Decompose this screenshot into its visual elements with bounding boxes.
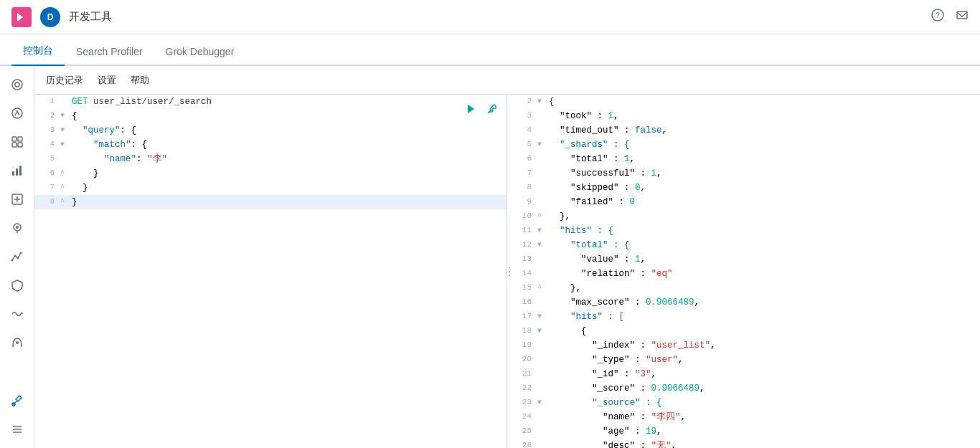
output-fold-arrow[interactable] bbox=[537, 252, 546, 254]
output-fold-arrow[interactable] bbox=[537, 295, 546, 297]
output-line-content: { bbox=[546, 95, 980, 109]
fold-arrow[interactable]: ^ bbox=[60, 195, 69, 208]
sidebar-icon-maps[interactable] bbox=[4, 215, 30, 241]
output-fold-arrow[interactable]: ▼ bbox=[537, 95, 546, 108]
code-editor[interactable]: 1GET user_list/user/_search2▼{3▼ "query"… bbox=[34, 95, 507, 448]
output-line-content: "_source" : { bbox=[546, 396, 980, 410]
output-line-24: 24 "name" : "李四", bbox=[512, 410, 980, 424]
output-fold-arrow[interactable]: ▼ bbox=[537, 238, 546, 251]
output-line-content: "skipped" : 0, bbox=[546, 181, 980, 195]
tab-search-profiler[interactable]: Search Profiler bbox=[65, 46, 154, 66]
svg-point-3 bbox=[12, 80, 22, 90]
wrench-button[interactable] bbox=[484, 100, 501, 118]
editor-line-2: 2▼{ bbox=[34, 109, 507, 123]
svg-rect-2 bbox=[957, 11, 967, 19]
output-line-number: 5 bbox=[512, 138, 537, 151]
output-line-number: 2 bbox=[512, 95, 537, 108]
sidebar-icon-ml[interactable] bbox=[4, 244, 30, 270]
output-fold-arrow[interactable]: ^ bbox=[537, 281, 546, 294]
sidebar-icon-menu[interactable] bbox=[4, 416, 30, 442]
output-fold-arrow[interactable]: ▼ bbox=[537, 324, 546, 337]
output-line-content: "timed_out" : false, bbox=[546, 123, 980, 138]
output-line-content: "name" : "李四", bbox=[546, 410, 980, 424]
output-fold-arrow[interactable] bbox=[537, 195, 546, 196]
user-avatar[interactable]: D bbox=[40, 7, 60, 27]
run-button[interactable] bbox=[462, 100, 479, 118]
settings-button[interactable]: 设置 bbox=[98, 71, 116, 90]
tab-grok-debugger[interactable]: Grok Debugger bbox=[154, 46, 246, 66]
output-line-content: "took" : 1, bbox=[546, 109, 980, 123]
output-line-content: "_id" : "3", bbox=[546, 367, 980, 381]
fold-arrow[interactable]: ▼ bbox=[60, 123, 69, 136]
output-line-number: 14 bbox=[512, 267, 537, 280]
output-line-number: 16 bbox=[512, 295, 537, 309]
history-button[interactable]: 历史记录 bbox=[46, 71, 83, 90]
output-fold-arrow[interactable] bbox=[537, 152, 546, 153]
sidebar-icon-canvas[interactable] bbox=[4, 186, 30, 212]
output-line-4: 4 "timed_out" : false, bbox=[512, 123, 980, 138]
output-fold-arrow[interactable] bbox=[537, 109, 546, 110]
output-fold-arrow[interactable] bbox=[537, 267, 546, 268]
output-line-content: "age" : 19, bbox=[546, 424, 980, 439]
sidebar-icon-security[interactable] bbox=[4, 272, 30, 298]
sidebar-icon-dashboard[interactable] bbox=[4, 129, 30, 155]
output-fold-arrow[interactable]: ▼ bbox=[537, 310, 546, 323]
output-fold-arrow[interactable] bbox=[537, 424, 546, 426]
editor-line-8: 8^} bbox=[34, 195, 507, 209]
sidebar-icon-home[interactable] bbox=[4, 72, 30, 97]
output-fold-arrow[interactable]: ▼ bbox=[537, 138, 546, 151]
output-fold-arrow[interactable]: ^ bbox=[537, 209, 546, 222]
fold-arrow[interactable]: ▼ bbox=[60, 138, 69, 151]
editor-line-1: 1GET user_list/user/_search bbox=[34, 95, 507, 109]
kibana-logo bbox=[11, 7, 32, 27]
help-button[interactable]: 帮助 bbox=[131, 71, 149, 90]
output-fold-arrow[interactable] bbox=[537, 410, 546, 411]
output-fold-arrow[interactable] bbox=[537, 439, 546, 440]
output-fold-arrow[interactable]: ▼ bbox=[537, 224, 546, 237]
svg-point-4 bbox=[15, 82, 19, 87]
output-line-number: 4 bbox=[512, 123, 537, 137]
line-number: 2 bbox=[34, 109, 60, 123]
output-line-22: 22 "_score" : 0.9066489, bbox=[512, 381, 980, 396]
svg-point-20 bbox=[16, 341, 19, 344]
output-fold-arrow[interactable] bbox=[537, 367, 546, 368]
output-line-number: 15 bbox=[512, 281, 537, 295]
fold-arrow[interactable] bbox=[60, 95, 69, 96]
sidebar-icon-uptime[interactable] bbox=[4, 330, 30, 356]
line-number: 6 bbox=[34, 166, 60, 180]
output-fold-arrow[interactable] bbox=[537, 123, 546, 125]
help-icon[interactable]: ? bbox=[931, 9, 944, 25]
output-line-number: 3 bbox=[512, 109, 537, 123]
fold-arrow[interactable]: ^ bbox=[60, 181, 69, 194]
output-fold-arrow[interactable]: ▼ bbox=[537, 396, 546, 409]
output-line-number: 17 bbox=[512, 310, 537, 323]
sidebar-icon-devtools[interactable] bbox=[4, 388, 30, 414]
tab-console[interactable]: 控制台 bbox=[11, 44, 65, 66]
output-line-content: "failed" : 0 bbox=[546, 195, 980, 209]
output-line-9: 9 "failed" : 0 bbox=[512, 195, 980, 209]
sidebar-icon-visualize[interactable] bbox=[4, 158, 30, 184]
output-line-11: 11▼ "hits" : { bbox=[512, 224, 980, 238]
output-line-number: 22 bbox=[512, 381, 537, 395]
output-fold-arrow[interactable] bbox=[537, 381, 546, 383]
svg-rect-7 bbox=[18, 137, 22, 141]
mail-icon[interactable] bbox=[956, 9, 969, 25]
sidebar-icon-discover[interactable] bbox=[4, 100, 30, 126]
output-line-number: 20 bbox=[512, 353, 537, 366]
output-fold-arrow[interactable] bbox=[537, 338, 546, 340]
line-content: } bbox=[69, 166, 507, 181]
content-area: 历史记录 设置 帮助 bbox=[34, 66, 980, 448]
output-fold-arrow[interactable] bbox=[537, 353, 546, 354]
output-line-content: "total" : 1, bbox=[546, 152, 980, 166]
fold-arrow[interactable] bbox=[60, 152, 69, 153]
fold-arrow[interactable]: ▼ bbox=[60, 109, 69, 122]
sidebar-icon-apm[interactable] bbox=[4, 301, 30, 327]
output-line-15: 15^ }, bbox=[512, 281, 980, 295]
output-fold-arrow[interactable] bbox=[537, 166, 546, 168]
editor-line-5: 5 "name": "李" bbox=[34, 152, 507, 166]
output-line-number: 21 bbox=[512, 367, 537, 381]
main-layout: 历史记录 设置 帮助 bbox=[0, 66, 980, 448]
fold-arrow[interactable]: ^ bbox=[60, 166, 69, 179]
output-fold-arrow[interactable] bbox=[537, 181, 546, 182]
editor-toolbar bbox=[462, 100, 501, 118]
